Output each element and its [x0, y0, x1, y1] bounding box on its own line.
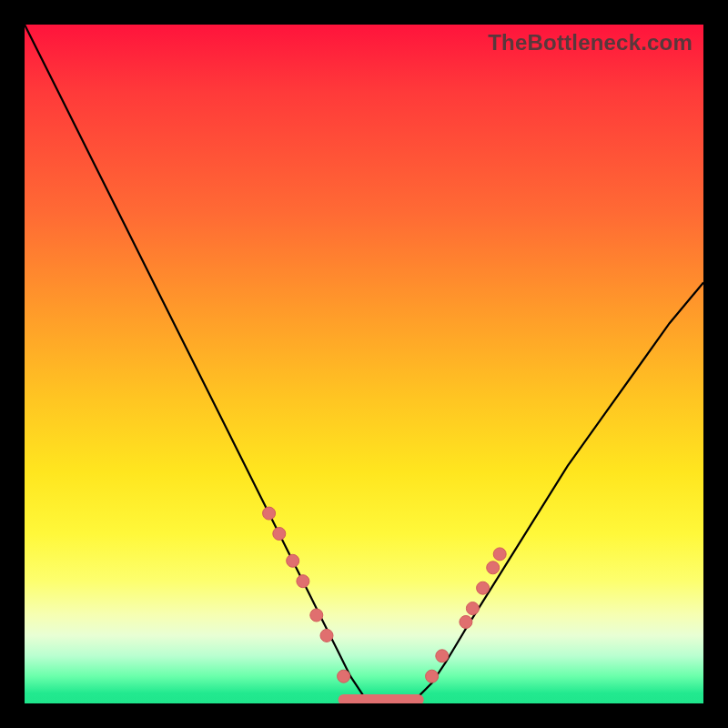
curve-marker: [426, 670, 439, 682]
markers-left: [263, 507, 350, 682]
curve-marker: [477, 581, 490, 594]
curve-marker: [273, 528, 286, 541]
curve-marker: [297, 575, 309, 588]
curve-line: [25, 25, 703, 703]
curve-marker: [466, 602, 479, 615]
curve-marker: [320, 629, 333, 642]
plot-area: TheBottleneck.com: [25, 25, 703, 703]
markers-right: [426, 548, 507, 682]
curve-marker: [263, 507, 276, 520]
curve-marker: [310, 609, 323, 622]
bottleneck-curve: [25, 25, 703, 703]
curve-marker: [338, 670, 350, 682]
curve-marker: [487, 561, 500, 574]
curve-marker: [493, 548, 506, 561]
curve-marker: [460, 616, 472, 629]
watermark-text: TheBottleneck.com: [488, 30, 693, 56]
chart-frame: TheBottleneck.com: [0, 0, 728, 728]
curve-marker: [287, 554, 299, 567]
curve-marker: [436, 650, 449, 662]
